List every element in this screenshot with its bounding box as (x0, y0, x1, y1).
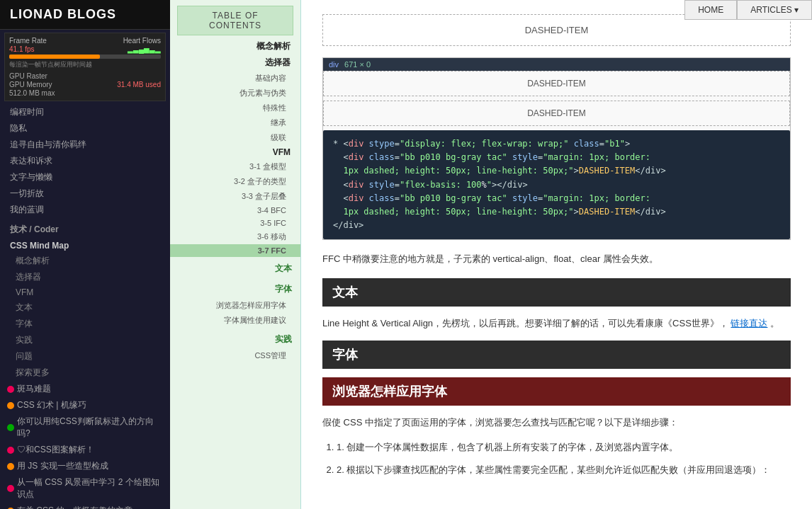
liulanqi-intro: 假使 CSS 中指定了页面运用的字体，浏览器要怎么查找与匹配它呢？以下是详细步骤… (322, 414, 791, 430)
code-line-6: </div> (333, 219, 780, 232)
code-line-1: <div class="bb p010 bg-gray tac" style="… (333, 151, 780, 164)
stat-heartflows-bar: ▂▃▄▅▃▂ (128, 45, 161, 53)
toc-item-32[interactable]: 3-2 盒子的类型 (170, 174, 300, 189)
sidebar-link-yiqie[interactable]: 一切折故 (0, 185, 170, 202)
toc-item-33[interactable]: 3-3 盒子层叠 (170, 189, 300, 204)
toc-item-wei[interactable]: 伪元素与伪类 (170, 86, 300, 101)
toc-item-wenben[interactable]: 文本 (170, 260, 300, 278)
sidebar-link-wenzi[interactable]: 文字与懒懒 (0, 169, 170, 185)
toc-item-jiluo[interactable]: 级联 (170, 130, 300, 145)
dot-icon (7, 485, 14, 492)
toc-item-34[interactable]: 3-4 BFC (170, 204, 300, 217)
dot-icon (7, 424, 14, 431)
dot-icon (7, 402, 14, 409)
icon-link-banma[interactable]: 斑马难题 (0, 381, 170, 397)
code-line-4: <div class="bb p010 bg-gray tac" style="… (333, 192, 780, 205)
ffc-note: FFC 中稍微要注意的地方就是，子元素的 vertical-align、floa… (322, 251, 791, 267)
stat-framerate-label: Frame Rate (9, 37, 47, 45)
code-line-2: 1px dashed; height: 50px; line-height: 5… (333, 164, 780, 178)
icon-link-css-tu[interactable]: ♡和CSS图案解析！ (0, 442, 170, 458)
mm-shijian[interactable]: 实践 (0, 332, 170, 348)
mm-xuanzheqi[interactable]: 选择器 (0, 269, 170, 285)
stats-widget: Frame Rate Heart Flows 41.1 fps ▂▃▄▅▃▂ 每… (4, 33, 166, 101)
toc-item-vfm[interactable]: VFM (170, 145, 300, 159)
sidebar-link-biaoda[interactable]: 表达和诉求 (0, 153, 170, 169)
icon-link-label: 从一幅 CSS 风景画中学习 2 个绘图知识点 (17, 476, 163, 501)
toc-item-jicheng[interactable]: 继承 (170, 115, 300, 130)
toc-item-teshu[interactable]: 特殊性 (170, 101, 300, 115)
mm-gainian[interactable]: 概念解析 (0, 253, 170, 269)
step-1: 1. 创建一个字体属性数据库，包含了机器上所有安装了的字体，及浏览器内置字体。 (337, 439, 791, 455)
articles-button[interactable]: ARTICLES ▾ (737, 0, 812, 20)
sidebar-link-wode[interactable]: 我的蓝调 (0, 202, 170, 218)
direct-link[interactable]: 链接直达 (731, 318, 767, 328)
mm-vfm[interactable]: VFM (0, 285, 170, 299)
lineheight-text: Line Height & Vertical Align，先楞坑，以后再跳。想要… (322, 315, 791, 331)
section-liulanqi: 浏览器怎样应用字体 (322, 377, 791, 406)
section-wenben: 文本 (322, 278, 791, 307)
mm-ziti[interactable]: 字体 (0, 316, 170, 332)
icon-link-label: 有关 CSS 的一些极有趣的文章 (17, 505, 132, 509)
devtools-bar: div 671 × 0 (323, 58, 790, 71)
step-2: 2. 根据以下步骤查找匹配的字体，某些属性需要完全匹配，某些则允许近似匹配失败（… (337, 462, 791, 478)
sidebar-link-zhuiqiu[interactable]: 追寻自由与清你羁绊 (0, 137, 170, 153)
icon-link-label: 你可以用纯CSS判断鼠标进入的方向吗? (17, 416, 163, 440)
home-button[interactable]: HOME (684, 0, 737, 20)
icon-link-css-huan[interactable]: CSS 幻术 | 机缘巧 (0, 397, 170, 413)
stat-mem2: 512.0 MB max (9, 89, 55, 97)
css-mindmap-header[interactable]: CSS Mind Map (0, 239, 170, 253)
icon-link-label: CSS 幻术 | 机缘巧 (17, 399, 86, 411)
link-suffix: 。 (770, 318, 779, 328)
toc-item-31[interactable]: 3-1 盒模型 (170, 159, 300, 174)
icon-link-css-you[interactable]: 有关 CSS 的一些极有趣的文章 (0, 503, 170, 509)
toc-item-liulan[interactable]: 浏览器怎样应用字体 (170, 298, 300, 313)
dev-tag: div (329, 60, 339, 69)
mm-wenben[interactable]: 文本 (0, 299, 170, 316)
icon-link-label: ♡和CSS图案解析！ (17, 444, 94, 456)
dev-dim: 671 × 0 (344, 60, 371, 69)
toc-item-jichu[interactable]: 基础内容 (170, 71, 300, 86)
code-line-3: <div style="flex-basis: 100%"></div> (333, 178, 780, 192)
code-block: * <div stype="display: flex; flex-wrap: … (323, 130, 790, 239)
toc-item-35[interactable]: 3-5 IFC (170, 217, 300, 229)
top-nav: HOME ARTICLES ▾ (684, 0, 812, 20)
toc-item-css[interactable]: CSS管理 (170, 348, 300, 363)
code-line-0: * <div stype="display: flex; flex-wrap: … (333, 137, 780, 151)
site-title[interactable]: LIONAD BLOGS (0, 0, 170, 30)
dot-icon (7, 463, 14, 470)
sidebar-link-yinsi[interactable]: 隐私 (0, 120, 170, 137)
toc-item-ziti-shu[interactable]: 字体属性使用建议 (170, 313, 300, 328)
dashed-label-top: DASHED-ITEM (333, 25, 780, 35)
icon-link-label: 斑马难题 (17, 383, 51, 395)
icon-link-label: 用 JS 实现一些造型检成 (17, 460, 108, 472)
mm-wenti[interactable]: 问题 (0, 348, 170, 365)
toc-panel: TABLE OF CONTENTS 概念解析 选择器 基础内容 伪元素与伪类 特… (170, 0, 301, 509)
sidebar-category-tech: 技术 / Coder (0, 221, 170, 239)
dot-icon (7, 447, 14, 454)
section-ziti: 字体 (322, 341, 791, 369)
toc-item-37[interactable]: 3-7 FFC (170, 244, 300, 257)
icon-link-js[interactable]: 用 JS 实现一些造型检成 (0, 458, 170, 474)
lineheight-text-content: Line Height & Vertical Align，先楞坑，以后再跳。想要… (322, 318, 728, 328)
toc-item-shijian[interactable]: 实践 (170, 331, 300, 348)
dashed-label-mid: DASHED-ITEM (323, 71, 790, 96)
demo-browser-panel: div 671 × 0 DASHED-ITEM DASHED-ITEM * <d… (322, 57, 791, 240)
toc-item-36[interactable]: 3-6 移动 (170, 229, 300, 244)
dot-icon (7, 386, 14, 393)
stat-gpuraster-label: GPU Raster (9, 72, 47, 80)
toc-item-gainian[interactable]: 概念解析 (170, 38, 300, 55)
code-line-5: 1px dashed; height: 50px; line-height: 5… (333, 205, 780, 219)
stat-note: 每渲染一帧节点树应用时间越 (9, 60, 161, 69)
sidebar-link-bianchen[interactable]: 编程时间 (0, 104, 170, 120)
steps-list: 1. 创建一个字体属性数据库，包含了机器上所有安装了的字体，及浏览器内置字体。 … (322, 439, 791, 478)
mm-tanshuo[interactable]: 探索更多 (0, 365, 170, 381)
toc-header: TABLE OF CONTENTS (177, 6, 293, 35)
dashed-label-inner: DASHED-ITEM (323, 101, 790, 126)
toc-item-xuanzheqi[interactable]: 选择器 (170, 55, 300, 71)
article-content: DASHED-ITEM div 671 × 0 DASHED-ITEM DASH… (301, 0, 812, 509)
sidebar: LIONAD BLOGS Frame Rate Heart Flows 41.1… (0, 0, 170, 509)
icon-link-css-pan[interactable]: 你可以用纯CSS判断鼠标进入的方向吗? (0, 413, 170, 442)
toc-item-ziti[interactable]: 字体 (170, 280, 300, 298)
icon-link-css-fengjing[interactable]: 从一幅 CSS 风景画中学习 2 个绘图知识点 (0, 474, 170, 503)
stat-gpumem-label: GPU Memory (9, 81, 52, 88)
